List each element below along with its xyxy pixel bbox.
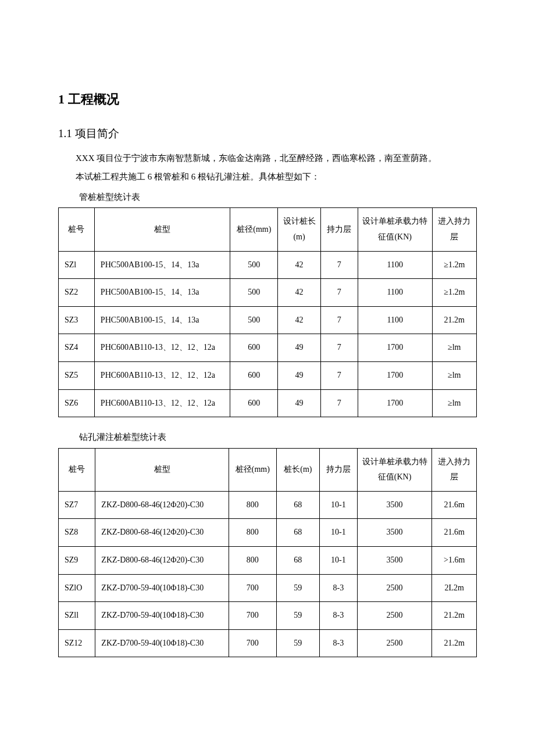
th-bearing: 持力层	[319, 448, 357, 491]
th-capacity: 设计单桩承载力特征值(KN)	[357, 448, 431, 491]
table-cell: 2500	[357, 602, 431, 630]
table-cell: SZ7	[59, 491, 95, 519]
table-cell: 10-1	[319, 547, 357, 575]
table-cell: 49	[278, 361, 320, 389]
table-cell: 42	[278, 279, 320, 307]
table-cell: 1700	[358, 389, 432, 417]
table-cell: 49	[278, 334, 320, 362]
table-cell: >1.6m	[432, 547, 477, 575]
table-cell: 21.6m	[432, 519, 477, 547]
table-cell: SZ9	[59, 547, 95, 575]
table-row: SZlOZKZ-D700-59-40(10Φ18)-C30700598-3250…	[59, 574, 477, 602]
table-cell: 42	[278, 251, 320, 279]
table-cell: 3500	[357, 519, 431, 547]
table-cell: SZ4	[59, 334, 95, 362]
paragraph-piles: 本试桩工程共施工 6 根管桩和 6 根钻孔灌注桩。具体桩型如下：	[58, 169, 477, 185]
table-cell: 21.6m	[432, 491, 477, 519]
table-cell: 59	[276, 602, 319, 630]
table-cell: ZKZ-D700-59-40(10Φ18)-C30	[95, 629, 229, 657]
table-cell: PHC600AB110-13、12、12、12a	[94, 361, 230, 389]
table-cell: 800	[229, 547, 276, 575]
table-cell: 21.2m	[432, 629, 477, 657]
table-cell: SZll	[59, 602, 95, 630]
th-entry: 进入持力层	[432, 448, 477, 491]
table-cell: 7	[320, 306, 358, 334]
table-cell: 500	[230, 306, 278, 334]
table-1-header-row: 桩号 桩型 桩径(mm) 设计桩长(m) 持力层 设计单桩承载力特征值(KN) …	[59, 208, 477, 251]
table-cell: ZKZ-D700-59-40(10Φ18)-C30	[95, 602, 229, 630]
table-cell: ZKZ-D800-68-46(12Φ20)-C30	[95, 519, 229, 547]
table-cell: SZ5	[59, 361, 95, 389]
table-cell: 7	[320, 251, 358, 279]
heading-1: 1 工程概况	[58, 87, 477, 112]
table-cell: 500	[230, 279, 278, 307]
th-capacity: 设计单桩承载力特征值(KN)	[358, 208, 432, 251]
table-2-caption: 钻孔灌注桩桩型统计表	[58, 429, 477, 446]
table-row: SZllZKZ-D700-59-40(10Φ18)-C30700598-3250…	[59, 602, 477, 630]
table-cell: 8-3	[319, 629, 357, 657]
table-row: SZ8ZKZ-D800-68-46(12Φ20)-C308006810-1350…	[59, 519, 477, 547]
table-cell: 8-3	[319, 602, 357, 630]
table-cell: 600	[230, 334, 278, 362]
th-diameter: 桩径(mm)	[230, 208, 278, 251]
th-pile-no: 桩号	[59, 448, 95, 491]
table-row: SZ9ZKZ-D800-68-46(12Φ20)-C308006810-1350…	[59, 547, 477, 575]
table-cell: 21.2m	[432, 602, 477, 630]
table-cell: 2500	[357, 629, 431, 657]
table-cell: SZlO	[59, 574, 95, 602]
table-cell: SZ6	[59, 389, 95, 417]
table-cell: 68	[276, 491, 319, 519]
heading-2: 1.1 项目简介	[58, 123, 477, 144]
table-row: SZ3PHC500AB100-15、14、13a500427110021.2m	[59, 306, 477, 334]
table-cell: 800	[229, 491, 276, 519]
table-cell: 2500	[357, 574, 431, 602]
table-cell: 42	[278, 306, 320, 334]
table-row: SZ12ZKZ-D700-59-40(10Φ18)-C30700598-3250…	[59, 629, 477, 657]
table-cell: 800	[229, 519, 276, 547]
table-cell: 500	[230, 251, 278, 279]
table-cell: ≥lm	[432, 389, 476, 417]
table-cell: 700	[229, 602, 276, 630]
th-pile-type: 桩型	[94, 208, 230, 251]
table-cell: ≥lm	[432, 361, 476, 389]
table-2-header-row: 桩号 桩型 桩径(mm) 桩长(m) 持力层 设计单桩承载力特征值(KN) 进入…	[59, 448, 477, 491]
table-cell: 7	[320, 389, 358, 417]
table-2: 桩号 桩型 桩径(mm) 桩长(m) 持力层 设计单桩承载力特征值(KN) 进入…	[58, 448, 477, 658]
table-cell: PHC500AB100-15、14、13a	[94, 279, 230, 307]
table-cell: 68	[276, 519, 319, 547]
table-cell: 49	[278, 389, 320, 417]
table-cell: ≥1.2m	[432, 251, 476, 279]
table-cell: 600	[230, 361, 278, 389]
th-length: 桩长(m)	[276, 448, 319, 491]
table-cell: ≥1.2m	[432, 279, 476, 307]
table-row: SZ5PHC600AB110-13、12、12、12a6004971700≥lm	[59, 361, 477, 389]
table-cell: PHC500AB100-15、14、13a	[94, 251, 230, 279]
table-cell: 59	[276, 629, 319, 657]
table-cell: 7	[320, 279, 358, 307]
table-cell: PHC500AB100-15、14、13a	[94, 306, 230, 334]
table-cell: SZl	[59, 251, 95, 279]
table-1: 桩号 桩型 桩径(mm) 设计桩长(m) 持力层 设计单桩承载力特征值(KN) …	[58, 207, 477, 417]
th-bearing: 持力层	[320, 208, 358, 251]
table-row: SZ6PHC600AB110-13、12、12、12a6004971700≥lm	[59, 389, 477, 417]
table-row: SZlPHC500AB100-15、14、13a5004271100≥1.2m	[59, 251, 477, 279]
th-pile-type: 桩型	[95, 448, 229, 491]
table-cell: 21.2m	[432, 306, 476, 334]
table-cell: SZ2	[59, 279, 95, 307]
table-cell: 1100	[358, 251, 432, 279]
th-pile-no: 桩号	[59, 208, 95, 251]
table-cell: 8-3	[319, 574, 357, 602]
table-cell: 1700	[358, 334, 432, 362]
table-cell: SZ12	[59, 629, 95, 657]
th-diameter: 桩径(mm)	[229, 448, 276, 491]
table-cell: 7	[320, 334, 358, 362]
table-cell: 3500	[357, 491, 431, 519]
table-cell: 10-1	[319, 519, 357, 547]
table-cell: PHC600AB110-13、12、12、12a	[94, 389, 230, 417]
table-cell: 3500	[357, 547, 431, 575]
table-cell: SZ8	[59, 519, 95, 547]
table-cell: ZKZ-D700-59-40(10Φ18)-C30	[95, 574, 229, 602]
table-row: SZ4PHC600AB110-13、12、12、12a6004971700≥lm	[59, 334, 477, 362]
table-cell: 1100	[358, 279, 432, 307]
table-cell: 2L2m	[432, 574, 477, 602]
